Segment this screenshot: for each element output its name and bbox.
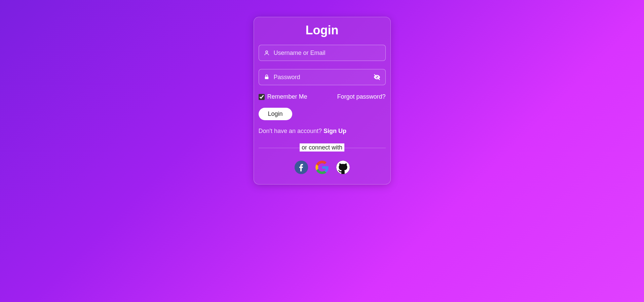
svg-point-0 [266,51,268,53]
lock-icon [264,74,270,80]
signup-prefix: Don't have an account? [259,128,324,134]
google-login-button[interactable] [315,161,329,174]
eye-off-icon [373,73,381,81]
password-input[interactable] [274,74,373,81]
login-card: Login [254,17,391,184]
password-field-wrap[interactable] [259,69,386,85]
forgot-password-link[interactable]: Forgot password? [337,93,385,100]
signup-text: Don't have an account? Sign Up [259,128,386,135]
remember-me-checkbox[interactable] [259,94,265,100]
page-title: Login [259,23,386,37]
google-icon [315,161,329,174]
divider: or connect with [259,144,386,151]
remember-me-label[interactable]: Remember Me [259,93,307,100]
svg-rect-1 [265,77,268,79]
facebook-icon [295,161,308,174]
toggle-password-visibility-button[interactable] [373,73,381,81]
facebook-login-button[interactable] [295,161,308,174]
options-row: Remember Me Forgot password? [259,93,386,100]
signup-link[interactable]: Sign Up [324,128,346,134]
login-button[interactable]: Login [259,108,292,120]
divider-text: or connect with [300,143,344,152]
remember-me-text: Remember Me [267,93,307,100]
github-login-button[interactable] [336,161,350,174]
username-field-wrap[interactable] [259,45,386,61]
username-input[interactable] [274,49,381,57]
github-icon [336,161,350,174]
user-icon [264,50,270,56]
social-login-row [259,161,386,174]
